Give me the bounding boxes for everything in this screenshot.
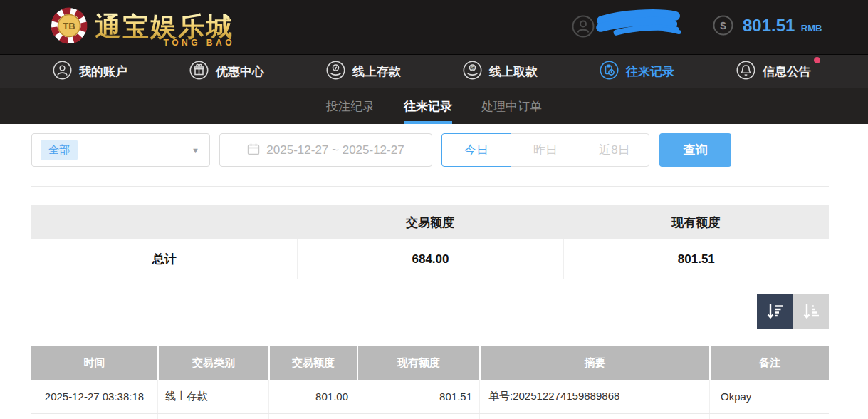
gift-icon <box>189 61 209 83</box>
nav-item-promotions[interactable]: 优惠中心 <box>189 61 264 83</box>
nav-label: 往来记录 <box>626 63 674 80</box>
cell-time: 2025-12-27 03:38:18 <box>31 380 157 413</box>
cell-type: 线上存款 <box>157 380 268 413</box>
sort-ascending-button[interactable] <box>793 294 829 329</box>
quick-date-group: 今日 昨日 近8日 <box>441 133 649 167</box>
sort-controls <box>31 294 829 329</box>
brand-name-en: TONG BAO <box>164 38 235 48</box>
table-row-partial <box>31 414 829 419</box>
user-icon <box>53 61 72 83</box>
nav-item-announcements[interactable]: 信息公告 <box>736 61 811 83</box>
main-nav: 我的账户 优惠中心 线上存款 $ <box>0 54 868 88</box>
query-button[interactable]: 查询 <box>659 133 731 167</box>
tab-betting-records[interactable]: 投注纪录 <box>326 88 375 124</box>
type-select-value: 全部 <box>41 140 78 160</box>
cell-summary: 单号:202512274159889868 <box>479 380 709 413</box>
poker-chip-icon: TB <box>50 6 88 48</box>
section-divider <box>31 186 829 187</box>
header-account-area: $ 801.51 RMB <box>569 0 868 54</box>
notification-dot <box>814 57 820 63</box>
brand-name-cn: 通宝娱乐城 <box>95 12 234 41</box>
col-header-type: 交易类别 <box>157 346 268 380</box>
today-button[interactable]: 今日 <box>441 133 511 167</box>
col-header-time: 时间 <box>31 346 157 380</box>
main-content: 全部 ▼ 2025-12-27 ~ 2025-12-27 今日 昨日 近8日 查… <box>0 133 868 419</box>
cell-trade-amount: 801.00 <box>268 380 357 413</box>
summary-total-row: 总计 684.00 801.51 <box>31 239 829 279</box>
account-balance: 801.51 RMB <box>743 16 822 36</box>
bell-icon <box>736 61 755 83</box>
sort-descending-button[interactable] <box>757 294 793 329</box>
tab-pending-orders[interactable]: 处理中订单 <box>481 88 542 124</box>
type-select[interactable]: 全部 ▼ <box>31 133 210 167</box>
yesterday-button[interactable]: 昨日 <box>511 133 580 167</box>
last-8-days-button[interactable]: 近8日 <box>580 133 649 167</box>
summary-trade-amount: 684.00 <box>297 239 563 279</box>
sub-nav: 投注纪录 往来记录 处理中订单 <box>0 88 868 124</box>
balance-currency: RMB <box>801 23 822 33</box>
svg-text:TB: TB <box>63 21 75 31</box>
nav-item-my-account[interactable]: 我的账户 <box>53 61 127 83</box>
transactions-table: 时间 交易类别 交易额度 现有额度 摘要 备注 2025-12-27 03:38… <box>31 346 829 419</box>
nav-item-transaction-records[interactable]: 往来记录 <box>600 61 674 83</box>
nav-label: 优惠中心 <box>216 63 264 80</box>
svg-text:$: $ <box>471 65 474 70</box>
table-row: 2025-12-27 03:38:18 线上存款 801.00 801.51 单… <box>31 380 829 414</box>
cell-current-amount: 801.51 <box>357 380 479 413</box>
top-bar: TB 通宝娱乐城 TONG BAO <box>0 0 868 54</box>
filter-row: 全部 ▼ 2025-12-27 ~ 2025-12-27 今日 昨日 近8日 查… <box>31 133 829 167</box>
deposit-coin-icon <box>326 61 345 83</box>
brand-logo[interactable]: TB 通宝娱乐城 TONG BAO <box>50 6 234 48</box>
summary-header-row: 交易额度 现有额度 <box>31 205 829 239</box>
chevron-down-icon: ▼ <box>192 146 199 155</box>
nav-label: 线上存款 <box>352 63 401 80</box>
summary-table: 交易额度 现有额度 总计 684.00 801.51 <box>31 205 829 279</box>
summary-current-amount: 801.51 <box>563 239 829 279</box>
col-header-summary: 摘要 <box>479 346 709 380</box>
summary-total-label: 总计 <box>31 239 297 279</box>
col-header-trade-amount: 交易额度 <box>268 346 357 380</box>
balance-coin-icon: $ <box>713 15 733 38</box>
user-avatar-icon <box>572 15 595 41</box>
date-range-value: 2025-12-27 ~ 2025-12-27 <box>266 143 404 157</box>
nav-item-withdraw[interactable]: $ 线上取款 <box>463 61 538 83</box>
date-range-input[interactable]: 2025-12-27 ~ 2025-12-27 <box>219 133 432 167</box>
nav-label: 我的账户 <box>79 63 127 80</box>
withdraw-coin-icon: $ <box>463 61 482 83</box>
col-header-remark: 备注 <box>709 346 829 380</box>
summary-header-trade-amount: 交易额度 <box>297 205 563 239</box>
nav-label: 线上取款 <box>489 63 538 80</box>
summary-header-empty <box>31 205 297 239</box>
col-header-current-amount: 现有额度 <box>357 346 479 380</box>
cell-remark: Okpay <box>709 380 829 413</box>
tab-transaction-records[interactable]: 往来记录 <box>404 88 452 124</box>
balance-amount: 801.51 <box>743 16 795 35</box>
username-redacted-scribble <box>596 9 683 41</box>
nav-item-deposit[interactable]: 线上存款 <box>326 61 401 83</box>
calendar-icon <box>247 143 260 158</box>
table-header-row: 时间 交易类别 交易额度 现有额度 摘要 备注 <box>31 346 829 380</box>
nav-label: 信息公告 <box>763 63 811 80</box>
svg-text:$: $ <box>720 19 726 31</box>
records-clipboard-icon <box>600 61 619 83</box>
summary-header-current-amount: 现有额度 <box>563 205 829 239</box>
